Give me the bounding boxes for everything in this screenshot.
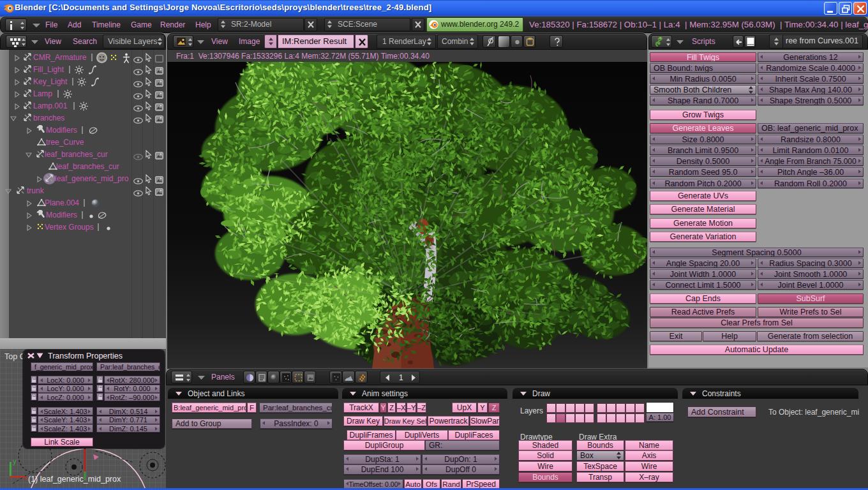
svg-text:y: y	[13, 457, 17, 465]
svg-text:1: 1	[399, 373, 403, 382]
